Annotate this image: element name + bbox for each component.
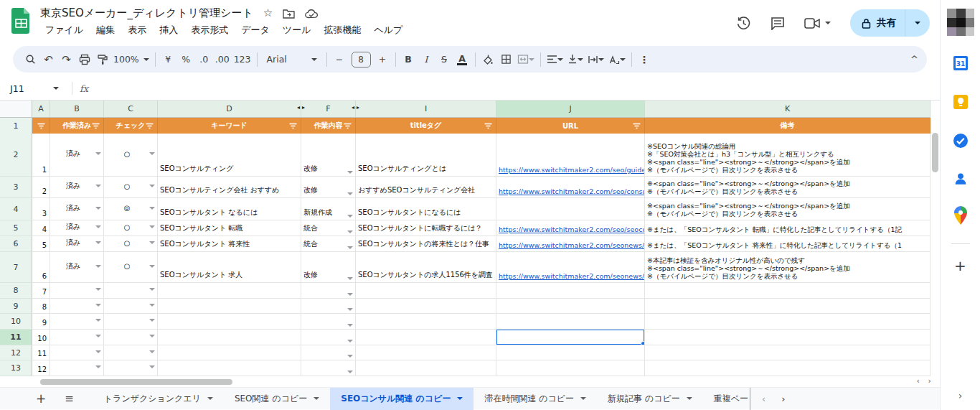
italic-button[interactable]: I (418, 50, 435, 69)
cell-a8[interactable]: 7 (32, 283, 50, 299)
collapse-toolbar-icon[interactable]: ^ (910, 54, 918, 65)
row-header-10[interactable]: 10 (0, 314, 32, 330)
column-header-b[interactable]: B (50, 101, 104, 118)
dropdown-icon[interactable] (95, 304, 101, 307)
row-header-4[interactable]: 4 (0, 198, 32, 220)
hidden-column-left-icon[interactable]: ◂ (352, 105, 354, 111)
cell-j2[interactable]: https://www.switchitmaker2.com/seo/guide… (496, 134, 645, 177)
url-link[interactable]: https://www.switchitmaker2.com/seonews/s (499, 272, 645, 280)
decrease-decimal-button[interactable]: .0 (195, 50, 213, 69)
menu-tools[interactable]: ツール (278, 22, 316, 38)
share-button[interactable]: 共有 (850, 9, 930, 37)
vertical-align-icon[interactable] (565, 50, 585, 69)
tab-dropdown-icon[interactable] (687, 397, 692, 400)
cell-d13[interactable] (158, 360, 301, 376)
menu-data[interactable]: データ (236, 22, 275, 38)
undo-icon[interactable]: ↶ (39, 50, 57, 69)
row-header-9[interactable]: 9 (0, 299, 32, 315)
sheet-tab-seo-copy[interactable]: SEO関連 のコピー (224, 388, 330, 410)
cell-k6[interactable]: ※または、「SEOコンサルタント 将来性」に特化した記事としてリライトする（1 (645, 236, 930, 252)
currency-format-button[interactable]: ¥ (159, 50, 177, 69)
dropdown-icon[interactable] (95, 335, 101, 337)
font-select[interactable]: Arial (261, 50, 323, 69)
dropdown-icon[interactable] (149, 185, 155, 187)
dropdown-icon[interactable] (149, 265, 155, 268)
cell-c3[interactable]: ○ (104, 177, 158, 198)
cell-f9[interactable] (301, 299, 356, 315)
dropdown-icon[interactable] (95, 185, 101, 187)
cell-a7[interactable]: 6 (32, 252, 50, 283)
number-format-button[interactable]: 123 (232, 50, 253, 69)
sheet-tab-transaction-query[interactable]: トランザクションクエリ (93, 388, 224, 410)
column-header-i[interactable]: ▸I (356, 101, 496, 118)
cell-b9[interactable] (50, 299, 104, 315)
sheet-tab-seo-consul-copy-active[interactable]: SEOコンサル関連 のコピー (330, 388, 473, 410)
cell-k3[interactable]: ※<span class="line"><strong>～</strong></… (645, 177, 930, 198)
cell-k2[interactable]: ※SEOコンサル関連の総論用 ※「SEO対策会社とは」h3「コンサル型」と相互リ… (645, 134, 930, 177)
cell-f13[interactable] (301, 360, 356, 376)
cell-j3[interactable]: https://www.switchitmaker2.com/seo/consu… (496, 177, 645, 198)
cell-d4[interactable]: SEOコンサルタント なるには (158, 198, 301, 220)
keep-icon[interactable] (952, 93, 969, 111)
scroll-right-icon[interactable]: › (928, 376, 931, 386)
filter-icon[interactable] (484, 123, 492, 129)
text-color-button[interactable]: A (453, 50, 471, 69)
dropdown-icon[interactable] (347, 171, 353, 174)
decrease-font-size-button[interactable]: − (331, 50, 349, 69)
tab-scroll-left-icon[interactable]: ‹ (762, 393, 765, 404)
row-header-12[interactable]: 12 (0, 345, 32, 361)
dropdown-icon[interactable] (149, 207, 155, 210)
bold-button[interactable]: B (400, 50, 418, 69)
cell-a10[interactable]: 9 (32, 314, 50, 330)
cell-b11[interactable] (50, 330, 104, 345)
cell-c6[interactable]: ○ (104, 236, 158, 252)
row-header-3[interactable]: 3 (0, 177, 32, 198)
document-title[interactable]: 東京SEOメーカー_ディレクトリ管理シート (40, 6, 253, 20)
menu-extensions[interactable]: 拡張機能 (319, 22, 366, 38)
dropdown-icon[interactable] (149, 241, 155, 244)
cell-c8[interactable] (104, 283, 158, 299)
cell-a3[interactable]: 2 (32, 177, 50, 198)
cell-f8[interactable] (301, 283, 356, 299)
dropdown-icon[interactable] (347, 308, 353, 311)
sheet-tab-dwell-time-copy[interactable]: 滞在時間関連 のコピー (473, 388, 597, 410)
header-cell-k1[interactable]: 備考 (645, 118, 930, 134)
tab-dropdown-icon[interactable] (207, 397, 213, 400)
url-link[interactable]: https://www.switchitmaker2.com/seo/guide… (499, 166, 645, 174)
cell-i11[interactable] (356, 330, 496, 345)
cell-f11[interactable] (301, 330, 356, 345)
cell-k12[interactable] (645, 345, 930, 361)
cell-j8[interactable] (496, 283, 645, 299)
dropdown-icon[interactable] (347, 324, 353, 327)
tasks-icon[interactable] (952, 132, 969, 149)
cell-a9[interactable]: 8 (32, 299, 50, 315)
cell-i7[interactable]: SEOコンサルタントの求人1156件を調査 (356, 252, 496, 283)
dropdown-icon[interactable] (95, 225, 101, 228)
cell-c2[interactable]: ○ (104, 134, 158, 177)
cell-i6[interactable]: SEOコンサルタントの将来性とは？仕事 (356, 236, 496, 252)
row-header-2[interactable]: 2 (0, 134, 32, 177)
cell-j12[interactable] (496, 345, 645, 361)
cell-c5[interactable]: ○ (104, 220, 158, 236)
cell-c12[interactable] (104, 345, 158, 361)
cell-f5[interactable]: 統合 (301, 220, 356, 236)
dropdown-icon[interactable] (149, 288, 155, 291)
move-folder-icon[interactable] (283, 9, 295, 19)
meet-video-icon[interactable] (804, 18, 831, 29)
cell-b4[interactable]: 済み (50, 198, 104, 220)
row-header-13[interactable]: 13 (0, 360, 32, 376)
tab-dropdown-icon[interactable] (580, 397, 586, 400)
cell-b6[interactable]: 済み (50, 236, 104, 252)
row-header-7[interactable]: 7 (0, 252, 32, 283)
dropdown-icon[interactable] (95, 288, 101, 291)
dropdown-icon[interactable] (347, 215, 353, 218)
row-header-8[interactable]: 8 (0, 283, 32, 299)
all-sheets-icon[interactable]: ≡ (65, 392, 73, 405)
cell-i8[interactable] (356, 283, 496, 299)
cell-j7[interactable]: https://www.switchitmaker2.com/seonews/s (496, 252, 645, 283)
cell-d6[interactable]: SEOコンサルタント 将来性 (158, 236, 301, 252)
cell-j13[interactable] (496, 360, 645, 376)
dropdown-icon[interactable] (149, 350, 155, 353)
cell-c11[interactable] (104, 330, 158, 345)
dropdown-icon[interactable] (95, 241, 101, 244)
